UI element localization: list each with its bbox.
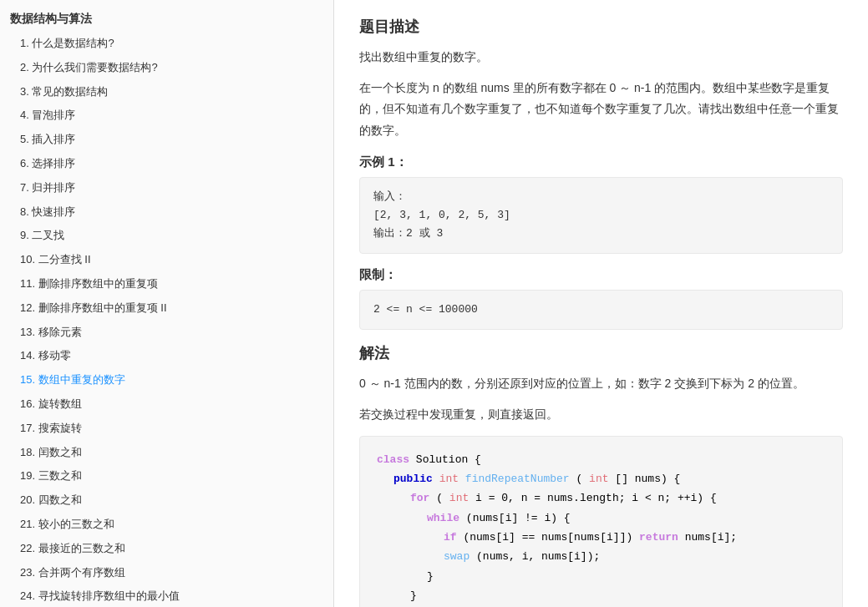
code-text5: (: [436, 492, 443, 504]
code-text10: (nums, i, nums[i]);: [476, 550, 600, 563]
sidebar-item-18[interactable]: 18. 闰数之和: [0, 441, 333, 465]
constraint-value: 2 <= n <= 100000: [373, 301, 829, 319]
sidebar-item-21[interactable]: 21. 较小的三数之和: [0, 513, 333, 537]
fn-swap: swap: [444, 550, 470, 563]
code-text3: (: [576, 473, 582, 485]
code-text6: i = 0, n = nums.length; i < n; ++i) {: [475, 492, 717, 504]
constraint-title: 限制：: [359, 267, 843, 283]
example-output: 输出：2 或 3: [373, 225, 829, 243]
code-line-5: if (nums[i] == nums[nums[i]]) return num…: [444, 528, 825, 547]
code-line-7: }: [427, 567, 825, 586]
code-text7: (nums[i] != i) {: [466, 512, 571, 524]
code-text8: (nums[i] == nums[nums[i]]): [463, 531, 639, 544]
sidebar-item-13[interactable]: 13. 移除元素: [0, 321, 333, 345]
code-text: Solution {: [416, 453, 481, 466]
sidebar-item-10[interactable]: 10. 二分查找 II: [0, 248, 333, 272]
code-line-1: class Solution {: [377, 450, 825, 469]
constraint-block: 2 <= n <= 100000: [359, 290, 843, 330]
kw-return: return: [639, 531, 678, 544]
kw-public: public: [393, 473, 433, 485]
kw-while: while: [427, 512, 459, 524]
code-text4: [] nums) {: [615, 473, 680, 485]
sidebar-item-9[interactable]: 9. 二叉找: [0, 224, 333, 248]
kw-class: class: [377, 453, 409, 466]
example-input-label: 输入：: [373, 188, 829, 206]
code-line-4: while (nums[i] != i) {: [427, 508, 825, 528]
sidebar-item-1[interactable]: 1. 什么是数据结构?: [0, 32, 333, 56]
problem-title: 题目描述: [359, 17, 843, 37]
sidebar-item-5[interactable]: 5. 插入排序: [0, 128, 333, 152]
sidebar-item-6[interactable]: 6. 选择排序: [0, 152, 333, 176]
sidebar-items-container: 1. 什么是数据结构?2. 为什么我们需要数据结构?3. 常见的数据结构4. 冒…: [0, 32, 333, 607]
example-code-block: 输入： [2, 3, 1, 0, 2, 5, 3] 输出：2 或 3: [359, 177, 843, 254]
code-line-3: for ( int i = 0, n = nums.length; i < n;…: [410, 488, 825, 508]
type-int: int: [439, 473, 459, 485]
sidebar-item-15[interactable]: 15. 数组中重复的数字: [0, 368, 333, 392]
sidebar-item-23[interactable]: 23. 合并两个有序数组: [0, 561, 333, 585]
sidebar-item-2[interactable]: 2. 为什么我们需要数据结构?: [0, 56, 333, 80]
code-line-2: public int findRepeatNumber ( int [] num…: [393, 469, 825, 488]
code-line-6: swap (nums, i, nums[i]);: [444, 547, 825, 566]
example-input: [2, 3, 1, 0, 2, 5, 3]: [373, 206, 829, 225]
sidebar-item-16[interactable]: 16. 旋转数组: [0, 392, 333, 417]
example-title: 示例 1：: [359, 154, 843, 170]
solution-desc2: 若交换过程中发现重复，则直接返回。: [359, 404, 843, 425]
problem-detail: 在一个长度为 n 的数组 nums 里的所有数字都在 0 ～ n-1 的范围内。…: [359, 78, 843, 141]
kw-for: for: [410, 492, 429, 504]
sidebar-item-7[interactable]: 7. 归并排序: [0, 176, 333, 200]
sidebar-item-19[interactable]: 19. 三数之和: [0, 464, 333, 488]
sidebar-item-22[interactable]: 22. 最接近的三数之和: [0, 537, 333, 561]
sidebar-item-14[interactable]: 14. 移动零: [0, 344, 333, 368]
sidebar-item-11[interactable]: 11. 删除排序数组中的重复项: [0, 272, 333, 296]
solution-code-block: class Solution { public int findRepeatNu…: [359, 436, 843, 608]
sidebar-item-3[interactable]: 3. 常见的数据结构: [0, 80, 333, 104]
sidebar-item-17[interactable]: 17. 搜索旋转: [0, 417, 333, 441]
main-content: 题目描述 找出数组中重复的数字。 在一个长度为 n 的数组 nums 里的所有数…: [334, 0, 868, 607]
problem-description: 找出数组中重复的数字。: [359, 47, 843, 68]
sidebar-item-4[interactable]: 4. 冒泡排序: [0, 104, 333, 128]
sidebar-title: 数据结构与算法: [0, 7, 333, 32]
type-int3: int: [449, 492, 469, 504]
code-line-8: }: [410, 586, 825, 605]
type-int2: int: [589, 473, 608, 485]
sidebar-item-8[interactable]: 8. 快速排序: [0, 200, 333, 225]
kw-if: if: [444, 531, 457, 544]
solution-desc1: 0 ～ n-1 范围内的数，分别还原到对应的位置上，如：数字 2 交换到下标为 …: [359, 373, 843, 394]
code-text9: nums[i];: [685, 531, 737, 544]
sidebar-item-24[interactable]: 24. 寻找旋转排序数组中的最小值: [0, 584, 333, 607]
sidebar-item-12[interactable]: 12. 删除排序数组中的重复项 II: [0, 296, 333, 321]
sidebar: 数据结构与算法 1. 什么是数据结构?2. 为什么我们需要数据结构?3. 常见的…: [0, 0, 334, 607]
solution-title: 解法: [359, 343, 843, 363]
fn-name: findRepeatNumber: [465, 473, 570, 485]
sidebar-item-20[interactable]: 20. 四数之和: [0, 488, 333, 513]
